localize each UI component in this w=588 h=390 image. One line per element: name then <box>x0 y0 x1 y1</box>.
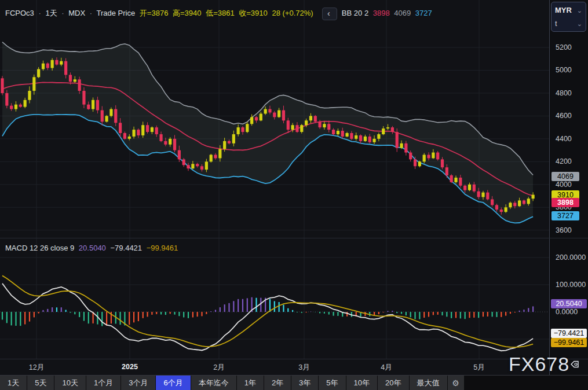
currency-label: MYR <box>555 6 572 14</box>
candle <box>1 76 3 95</box>
range-button-本年迄今[interactable]: 本年迄今 <box>191 376 236 390</box>
bb-title[interactable]: BB 20 2 <box>342 9 368 17</box>
macd-legend: MACD 12 26 close 9 20.5040 −79.4421 −99.… <box>5 244 180 252</box>
range-button-10天[interactable]: 10天 <box>54 376 85 390</box>
range-button-最大值[interactable]: 最大值 <box>410 376 447 390</box>
time-label-4月: 4月 <box>381 363 392 373</box>
watermark: FX678 <box>509 353 580 376</box>
candle <box>450 174 453 183</box>
chevron-down-icon: ⌄ <box>577 8 582 13</box>
macd-tick: 100.0000 <box>556 281 586 289</box>
price-tick: 4400 <box>556 135 572 143</box>
pane-divider[interactable] <box>0 238 588 238</box>
candle <box>418 161 421 167</box>
macd-badge-−79.4421: −79.4421 <box>551 329 587 338</box>
macd-signal-line <box>2 275 533 347</box>
range-button-6个月[interactable]: 6个月 <box>156 376 190 390</box>
pane-divider <box>0 359 588 359</box>
unit-row[interactable]: t ⌄ <box>555 19 582 28</box>
range-button-5年[interactable]: 5年 <box>319 376 345 390</box>
range-button-20年[interactable]: 20年 <box>378 376 408 390</box>
time-label-12月: 12月 <box>29 363 44 373</box>
time-label-5月: 5月 <box>473 363 484 373</box>
bb-upper-value: 4069 <box>394 9 411 17</box>
price-tick: 5200 <box>556 43 572 51</box>
bb-basis-value: 3898 <box>373 9 390 17</box>
toolbar: 1天5天10天1个月3个月6个月本年迄今1年2年3年5年10年20年最大值 ⚙ <box>0 375 588 390</box>
price-tick: 5000 <box>556 66 572 74</box>
macd-tick: 200.0000 <box>556 253 586 262</box>
exchange-label: MDX <box>68 9 85 17</box>
symbol-name[interactable]: FCPOc3 <box>5 9 34 17</box>
candle <box>105 115 108 123</box>
currency-selector[interactable]: MYR ⌄ t ⌄ <box>551 2 586 32</box>
tag-icon <box>570 359 580 369</box>
time-label-3月: 3月 <box>298 363 309 373</box>
macd-badge-20.5040: 20.5040 <box>551 299 587 308</box>
watermark-text: FX678 <box>509 353 569 376</box>
macd-badge-−99.9461: −99.9461 <box>551 338 587 347</box>
chart-header: FCPOc3 · 1天 · MDX · Trade Price 开=3876 高… <box>5 8 434 20</box>
ohlc-low: 低=3861 <box>206 9 235 17</box>
price-tick: 4600 <box>556 112 572 120</box>
candle <box>210 154 213 163</box>
macd-hist-value: 20.5040 <box>79 244 106 252</box>
macd-title[interactable]: MACD 12 26 close 9 <box>5 244 74 252</box>
range-button-3年[interactable]: 3年 <box>291 376 318 390</box>
price-tick: 3600 <box>556 226 572 234</box>
range-button-1天[interactable]: 1天 <box>0 376 27 390</box>
range-button-5天[interactable]: 5天 <box>27 376 54 390</box>
time-label-2025: 2025 <box>122 363 138 371</box>
macd-signal-value: −99.9461 <box>147 244 178 252</box>
main-chart-canvas[interactable] <box>0 0 549 238</box>
change-label: 28 (+0.72%) <box>272 9 313 17</box>
macd-canvas[interactable] <box>0 238 549 359</box>
gear-icon: ⚙ <box>452 378 459 388</box>
macd-line-value: −79.4421 <box>110 244 142 252</box>
settings-button[interactable]: ⚙ <box>448 376 464 390</box>
chevron-down-icon: ⌄ <box>577 21 582 27</box>
chevron-left-icon: ‹ <box>327 9 330 18</box>
interval-label[interactable]: 1天 <box>45 9 57 17</box>
candle <box>314 115 317 123</box>
price-badge-3727: 3727 <box>552 211 579 220</box>
bb-lower-value: 3727 <box>415 9 432 17</box>
macd-tick: 0.0000 <box>556 308 578 316</box>
unit-label: t <box>555 19 557 28</box>
price-badge-4069: 4069 <box>552 172 579 181</box>
time-axis[interactable]: 12月20252月3月4月5月 <box>0 359 549 375</box>
price-tick: 4800 <box>556 89 572 97</box>
series-type-label: Trade Price <box>97 9 136 17</box>
range-button-10年[interactable]: 10年 <box>346 376 377 390</box>
range-button-1个月[interactable]: 1个月 <box>86 376 120 390</box>
collapse-button[interactable]: ‹ <box>322 8 337 20</box>
ohlc-close: 收=3910 <box>239 9 268 17</box>
range-buttons: 1天5天10天1个月3个月6个月本年迄今1年2年3年5年10年20年最大值 <box>0 376 448 390</box>
price-tick: 4000 <box>556 181 572 189</box>
range-button-1年[interactable]: 1年 <box>237 376 264 390</box>
ohlc-open: 开=3876 <box>140 9 169 17</box>
price-tick: 4200 <box>556 157 572 165</box>
macd-line <box>2 284 533 351</box>
price-badge-3898: 3898 <box>552 198 579 207</box>
range-button-3个月[interactable]: 3个月 <box>121 376 155 390</box>
currency-row[interactable]: MYR ⌄ <box>555 6 582 14</box>
time-label-2月: 2月 <box>213 363 224 373</box>
range-button-2年[interactable]: 2年 <box>264 376 291 390</box>
right-axis[interactable]: 5200500048004600440042004000380036004069… <box>549 0 588 375</box>
trading-app: FCPOc3 · 1天 · MDX · Trade Price 开=3876 高… <box>0 0 588 390</box>
ohlc-high: 高=3940 <box>173 9 202 17</box>
